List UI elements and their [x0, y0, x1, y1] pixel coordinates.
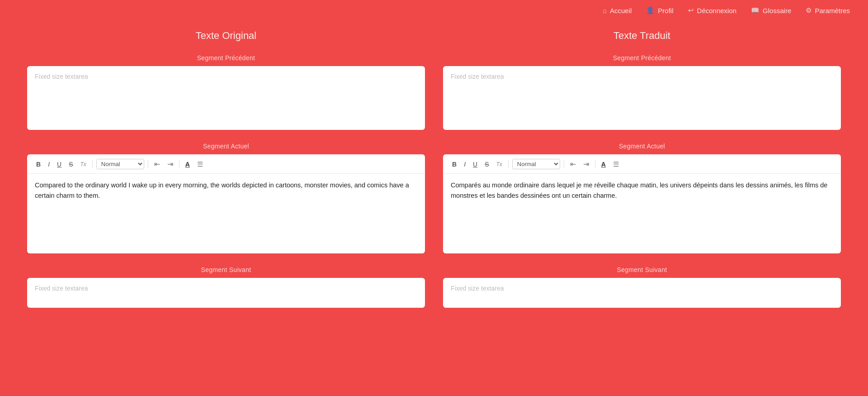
right-editor-content[interactable]: Comparés au monde ordinaire dans lequel …: [443, 174, 840, 253]
gear-icon: ⚙: [806, 6, 811, 14]
left-clear-format-btn[interactable]: Tx: [78, 160, 88, 169]
nav-deconnexion-label: Déconnexion: [697, 7, 737, 14]
nav-glossaire-label: Glossaire: [763, 7, 791, 14]
right-editor-toolbar: B I U S Tx Normal Heading 1 Heading 2 He…: [443, 155, 840, 174]
left-segment-precedent-container: [27, 66, 425, 130]
right-color-btn[interactable]: A: [599, 159, 608, 169]
right-segment-actuel-label: Segment Actuel: [443, 143, 841, 150]
left-underline-btn[interactable]: U: [55, 159, 64, 169]
left-column: Texte Original Segment Précédent Segment…: [18, 21, 434, 320]
right-toolbar-sep3: [595, 160, 595, 168]
left-indent-increase-btn[interactable]: ⇥: [165, 158, 175, 170]
logout-icon: ↩: [688, 6, 694, 14]
nav-profil[interactable]: 👤 Profil: [646, 6, 673, 14]
right-format-select[interactable]: Normal Heading 1 Heading 2 Heading 3: [512, 159, 560, 169]
right-segment-precedent-label: Segment Précédent: [443, 54, 841, 62]
right-underline-btn[interactable]: U: [471, 159, 480, 169]
left-segment-precedent-label: Segment Précédent: [27, 54, 425, 62]
left-toolbar-sep3: [179, 160, 179, 168]
home-icon: [603, 7, 607, 14]
right-toolbar-sep1: [508, 160, 509, 168]
right-toolbar-sep2: [564, 160, 564, 168]
user-icon: 👤: [646, 6, 655, 14]
nav-profil-label: Profil: [658, 7, 673, 14]
left-editor-content[interactable]: Compared to the ordinary world I wake up…: [28, 174, 425, 253]
left-indent-decrease-btn[interactable]: ⇤: [152, 158, 162, 170]
left-segment-suivant-input[interactable]: [28, 278, 425, 305]
main-content: Texte Original Segment Précédent Segment…: [0, 21, 868, 320]
navigation: Accueil 👤 Profil ↩ Déconnexion 📖 Glossai…: [0, 0, 868, 21]
left-segment-actuel-container: B I U S Tx Normal Heading 1 Heading 2 He…: [27, 154, 425, 253]
book-icon: 📖: [751, 6, 760, 14]
nav-deconnexion[interactable]: ↩ Déconnexion: [688, 6, 737, 14]
left-segment-precedent-input[interactable]: [28, 67, 425, 128]
right-indent-increase-btn[interactable]: ⇥: [581, 158, 591, 170]
right-indent-decrease-btn[interactable]: ⇤: [568, 158, 578, 170]
right-segment-suivant-label: Segment Suivant: [443, 266, 841, 273]
left-column-title: Texte Original: [27, 30, 425, 42]
right-strikethrough-btn[interactable]: S: [482, 159, 491, 169]
left-bold-btn[interactable]: B: [34, 159, 43, 169]
left-segment-actuel-label: Segment Actuel: [27, 143, 425, 150]
left-format-select[interactable]: Normal Heading 1 Heading 2 Heading 3: [96, 159, 144, 169]
left-segment-suivant-container: [27, 278, 425, 308]
right-segment-precedent-input[interactable]: [443, 67, 840, 128]
nav-accueil-label: Accueil: [610, 7, 632, 14]
right-segment-actuel-container: B I U S Tx Normal Heading 1 Heading 2 He…: [443, 154, 841, 253]
right-column-title: Texte Traduit: [443, 30, 841, 42]
right-segment-precedent-container: [443, 66, 841, 130]
left-align-btn[interactable]: ☰: [195, 159, 205, 170]
left-toolbar-sep2: [148, 160, 148, 168]
nav-parametres-label: Paramètres: [815, 7, 850, 14]
right-segment-suivant-input[interactable]: [443, 278, 840, 305]
right-column: Texte Traduit Segment Précédent Segment …: [434, 21, 850, 320]
left-strikethrough-btn[interactable]: S: [66, 159, 75, 169]
left-italic-btn[interactable]: I: [46, 159, 52, 169]
right-segment-suivant-container: [443, 278, 841, 308]
right-clear-format-btn[interactable]: Tx: [494, 160, 504, 169]
left-editor-toolbar: B I U S Tx Normal Heading 1 Heading 2 He…: [28, 155, 425, 174]
nav-parametres[interactable]: ⚙ Paramètres: [806, 6, 850, 14]
nav-glossaire[interactable]: 📖 Glossaire: [751, 6, 791, 14]
right-align-btn[interactable]: ☰: [611, 159, 621, 170]
right-bold-btn[interactable]: B: [450, 159, 459, 169]
left-color-btn[interactable]: A: [183, 159, 192, 169]
right-italic-btn[interactable]: I: [462, 159, 468, 169]
left-segment-suivant-label: Segment Suivant: [27, 266, 425, 273]
nav-accueil[interactable]: Accueil: [603, 7, 632, 14]
left-toolbar-sep1: [92, 160, 93, 168]
